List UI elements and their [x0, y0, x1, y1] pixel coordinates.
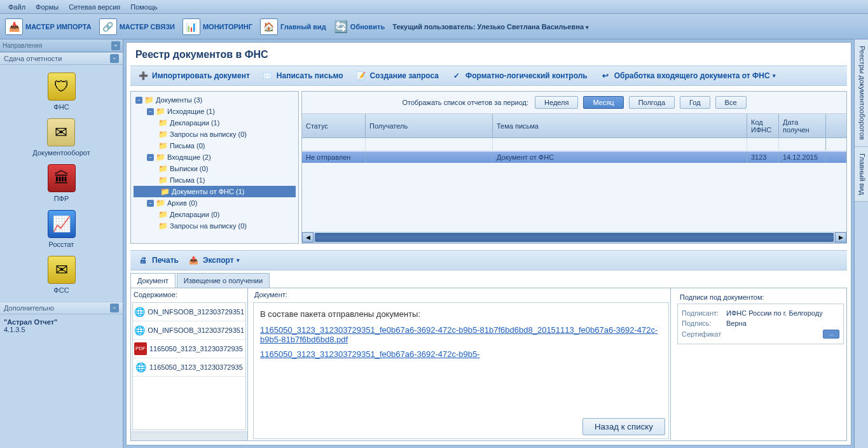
nav-fns[interactable]: 🛡ФНС	[48, 73, 76, 111]
scroll-left-icon[interactable]: ◀	[302, 232, 313, 242]
fns-icon: 🛡	[48, 73, 76, 101]
nav-fss[interactable]: ✉ФСС	[48, 256, 76, 294]
btn-write-letter[interactable]: ✉️Написать письмо	[261, 70, 343, 81]
filter-Год[interactable]: Год	[680, 96, 710, 109]
web-icon: 🌐	[134, 324, 145, 337]
btn-export[interactable]: 📤Экспорт	[188, 255, 240, 266]
col-header[interactable]: Получатель	[366, 114, 493, 137]
contents-label: Содержимое:	[131, 288, 247, 301]
current-user[interactable]: Текущий пользователь: Улезько Светлана В…	[392, 23, 588, 31]
tab-document[interactable]: Документ	[130, 273, 176, 288]
expand-icon[interactable]: −	[147, 154, 154, 161]
file-item[interactable]: 🌐ON_INFSOOB_312303729351	[133, 303, 245, 321]
file-item[interactable]: PDF1165050_3123_31230372935	[133, 340, 245, 358]
filter-Неделя[interactable]: Неделя	[535, 96, 578, 109]
back-to-list-button[interactable]: Назад к списку	[582, 418, 665, 435]
toolbar-monitoring[interactable]: 📊МОНИТОРИНГ	[183, 18, 252, 35]
toolbar-link-master[interactable]: 🔗МАСТЕР СВЯЗИ	[99, 18, 175, 35]
tree-node[interactable]: −📁Исходящие (1)	[134, 106, 296, 117]
btn-print[interactable]: 🖨Печать	[137, 255, 179, 266]
tree-node[interactable]: 📁Запросы на выписку (0)	[134, 129, 296, 140]
detail-toolbar: 🖨Печать 📤Экспорт	[130, 250, 847, 270]
menu-network[interactable]: Сетевая версия	[64, 1, 125, 13]
grid-row-selected[interactable]: Не отправлен Документ от ФНС 3123 14.12.…	[302, 151, 846, 164]
folder-icon: 📁	[158, 221, 168, 230]
tree-node[interactable]: −📁Документы (3)	[134, 94, 296, 106]
vtab-registries[interactable]: Реестры документооборотов	[855, 39, 868, 147]
web-icon: 🌐	[134, 361, 147, 374]
nav-pfr[interactable]: 🏛ПФР	[48, 164, 76, 202]
tree-node[interactable]: 📁Декларации (0)	[134, 209, 296, 220]
cell-code: 3123	[747, 151, 779, 163]
btn-process-incoming[interactable]: ↩Обработка входящего документа от ФНС	[599, 70, 776, 81]
toolbar-refresh[interactable]: 🔄Обновить	[334, 20, 385, 34]
section-reporting[interactable]: Сдача отчетности ^	[0, 52, 123, 65]
menu-forms[interactable]: Формы	[31, 1, 64, 13]
col-header[interactable]: Статус	[302, 114, 366, 137]
pdf-icon: PDF	[134, 342, 147, 355]
folder-icon: 📁	[156, 153, 165, 162]
file-item[interactable]: 🌐ON_INFSOOB_312303729351	[133, 321, 245, 340]
tree-node[interactable]: 📁Документы от ФНС (1)	[134, 186, 296, 197]
rosstat-icon: 📈	[48, 210, 76, 238]
expand-icon[interactable]: −	[147, 108, 154, 115]
signatures-label: Подписи под документом:	[677, 291, 844, 304]
filter-row: Отображать список отчетов за период: Нед…	[302, 92, 846, 114]
folder-icon: 📁	[158, 210, 168, 219]
col-header[interactable]: Код ИФНС	[747, 114, 779, 137]
detail-body: Содержимое: 🌐ON_INFSOOB_312303729351🌐ON_…	[130, 288, 847, 442]
col-header[interactable]: Дата получен	[779, 114, 826, 137]
section-additional[interactable]: Дополнительно ^	[0, 302, 123, 314]
expand-icon[interactable]: −	[147, 200, 154, 207]
tree-node[interactable]: 📁Письма (0)	[134, 140, 296, 151]
vtab-main-view[interactable]: Главный вид	[855, 147, 868, 202]
product-info: "Астрал Отчет" 4.1.3.5	[0, 314, 123, 337]
tree-node[interactable]: 📁Запросы на выписку (0)	[134, 220, 296, 232]
page-title: Реестр документов в ФНС	[127, 43, 851, 64]
horizontal-scrollbar[interactable]: ◀ ▶	[302, 232, 846, 243]
grid-body: Не отправлен Документ от ФНС 3123 14.12.…	[302, 138, 846, 232]
file-item[interactable]: 🌐1165050_3123_31230372935	[133, 358, 245, 377]
cell-date: 14.12.2015	[779, 151, 826, 163]
filter-Все[interactable]: Все	[715, 96, 747, 109]
tree-node[interactable]: 📁Выписки (0)	[134, 163, 296, 174]
col-header[interactable]: Тема письма	[493, 114, 747, 137]
doc-link-2[interactable]: 1165050_3123_312303729351_fe0b67a6-3692-…	[260, 349, 662, 359]
toolbar-import-master[interactable]: 📥МАСТЕР ИМПОРТА	[5, 18, 92, 35]
product-name: "Астрал Отчет"	[4, 318, 119, 326]
expand-icon[interactable]: −	[135, 97, 142, 104]
toolbar-main: 📥МАСТЕР ИМПОРТА 🔗МАСТЕР СВЯЗИ 📊МОНИТОРИН…	[0, 14, 868, 39]
filter-Полгода[interactable]: Полгода	[629, 96, 675, 109]
nav-rosstat[interactable]: 📈Росстат	[48, 210, 76, 248]
folder-icon: 📁	[156, 199, 165, 207]
tree-pane: −📁Документы (3)−📁Исходящие (1)📁Деклараци…	[130, 91, 299, 244]
btn-format-check[interactable]: ✓Форматно-логический контроль	[450, 70, 588, 81]
tab-receipt-notice[interactable]: Извещение о получении	[177, 273, 270, 288]
btn-create-request[interactable]: 📝Создание запроса	[355, 70, 439, 81]
left-panel: Направления « Сдача отчетности ^ 🛡ФНС ✉Д…	[0, 39, 123, 448]
tree-node[interactable]: −📁Входящие (2)	[134, 151, 296, 163]
tree-node[interactable]: 📁Письма (1)	[134, 174, 296, 186]
registry-toolbar: ➕Импортировать документ ✉️Написать письм…	[130, 66, 847, 86]
cell-subject: Документ от ФНС	[493, 151, 747, 163]
nav-docflow[interactable]: ✉Документооборот	[32, 118, 90, 157]
home-icon: 🏠	[260, 18, 278, 35]
btn-import-doc[interactable]: ➕Импортировать документ	[137, 70, 250, 81]
filter-label: Отображать список отчетов за период:	[402, 99, 528, 106]
menu-help[interactable]: Помощь	[125, 1, 163, 13]
folder-icon: 📁	[158, 141, 168, 150]
menu-file[interactable]: Файл	[3, 1, 31, 13]
doc-link-1[interactable]: 1165050_3123_312303729351_fe0b67a6-3692-…	[260, 325, 662, 344]
right-panel: Реестры документооборотов Главный вид	[854, 39, 868, 448]
document-label: Документ:	[252, 288, 670, 301]
filter-Месяц[interactable]: Месяц	[583, 96, 623, 109]
scroll-right-icon[interactable]: ▶	[835, 232, 846, 242]
certificate-button[interactable]: ...	[823, 330, 839, 339]
panel-collapse-icon[interactable]: «	[111, 41, 120, 50]
monitor-icon: 📊	[183, 18, 200, 35]
cell-status: Не отправлен	[302, 151, 366, 163]
tree-node[interactable]: 📁Декларации (1)	[134, 117, 296, 129]
toolbar-main-view[interactable]: 🏠Главный вид	[260, 18, 326, 35]
grid-empty-row	[302, 138, 846, 151]
tree-node[interactable]: −📁Архив (0)	[134, 197, 296, 209]
